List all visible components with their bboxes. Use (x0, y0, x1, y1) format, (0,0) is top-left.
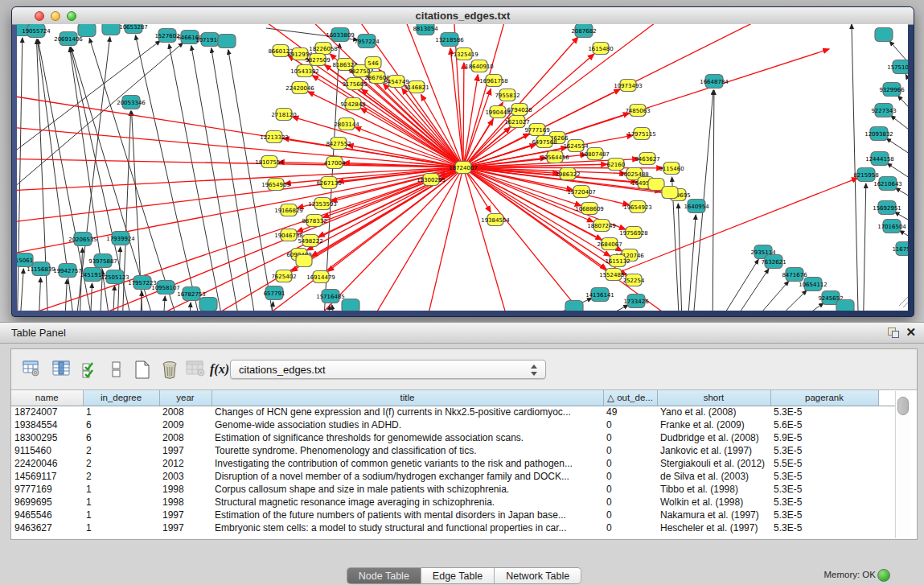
column-header-name[interactable]: name (11, 390, 83, 406)
table-row[interactable]: 977716911998Corpus callosum shape and si… (11, 483, 895, 496)
graph-node[interactable] (875, 28, 893, 42)
graph-edge (852, 24, 859, 311)
graph-node[interactable] (296, 255, 312, 267)
window-title: citations_edges.txt (12, 10, 914, 22)
graph-edge (463, 167, 515, 311)
graph-node-label: 18226058 (309, 46, 338, 52)
show-hide-columns-button[interactable] (51, 359, 72, 380)
graph-node[interactable] (78, 24, 96, 37)
graph-node-label: 15061 (17, 257, 33, 264)
graph-edge (614, 178, 858, 274)
table-row[interactable]: 1830029562008Estimation of significance … (11, 431, 895, 444)
column-header-pagerank[interactable]: pagerank (770, 390, 878, 406)
graph-node-label: 9115460 (659, 166, 684, 172)
table-cell: Disruption of a novel member of a sodium… (211, 470, 603, 483)
graph-node[interactable] (342, 299, 359, 311)
table-cell: 0 (603, 483, 657, 496)
column-header-year[interactable]: year (159, 390, 211, 406)
column-header-filler[interactable] (878, 390, 895, 406)
function-builder-button[interactable]: f(x) (209, 359, 230, 380)
row-height-button[interactable] (106, 359, 127, 380)
table-row[interactable]: 1456911722003Disruption of a novel membe… (11, 470, 895, 483)
graph-node-label: 15751074 (887, 64, 908, 71)
graph-node-label: 7955812 (495, 93, 519, 99)
float-window-icon[interactable] (888, 328, 899, 338)
memory-status-label: Memory: OK (823, 570, 876, 579)
graph-edge (17, 38, 23, 311)
graph-edge (723, 259, 758, 311)
table-cell: Stergiakouli et al. (2012) (657, 457, 770, 470)
graph-node[interactable] (565, 301, 583, 311)
table-panel-body: f(x) citations_edges.txt namein_degreeye… (10, 348, 918, 540)
table-row[interactable]: 946362711997Embryonic stem cells: a mode… (11, 521, 895, 534)
column-header-in_degree[interactable]: in_degree (83, 390, 159, 406)
table-cell: 49 (603, 406, 657, 418)
network-window: citations_edges.txt 18724007866012389129… (11, 6, 914, 317)
table-selector-dropdown[interactable]: citations_edges.txt (230, 360, 546, 379)
table-cell: Genome-wide association studies in ADHD. (211, 418, 603, 431)
network-canvas[interactable]: 1872400786601238912954182260589827509105… (17, 24, 908, 311)
graph-edge (463, 37, 578, 167)
attribute-table: namein_degreeyeartitle△ out_de...shortpa… (11, 389, 917, 539)
table-cell: 2 (83, 470, 159, 483)
table-cell: 1998 (159, 496, 211, 509)
table-cell: 0 (603, 418, 657, 431)
table-cell: 2 (83, 457, 159, 470)
close-panel-icon[interactable]: ✕ (906, 325, 916, 340)
table-cell: 1 (83, 406, 159, 418)
graph-node-label: 7625402 (271, 274, 296, 280)
graph-node-label: 1615480 (588, 46, 613, 52)
graph-node-label: 10543392 (290, 68, 319, 75)
table-row[interactable]: 969969511998Structural magnetic resonanc… (11, 496, 895, 509)
graph-node-label: 16210643 (873, 181, 902, 187)
table-cell: Franke et al. (2009) (657, 418, 770, 431)
graph-node[interactable] (662, 187, 678, 199)
graph-node-label: 19166829 (274, 208, 303, 214)
table-row[interactable]: 1872400712008Changes of HCN gene express… (11, 406, 895, 418)
column-header-out_de[interactable]: △ out_de... (603, 390, 657, 406)
graph-edge (17, 167, 463, 230)
import-table-icon[interactable] (185, 359, 206, 380)
graph-node-label: 17016504 (877, 224, 906, 230)
graph-edge (751, 281, 789, 311)
graph-node-label: 1167533 (892, 246, 908, 253)
column-header-short[interactable]: short (657, 390, 770, 406)
table-cell: Wolkin et al. (1998) (657, 496, 770, 509)
table-row[interactable]: 911546021997Tourette syndrome. Phenomeno… (11, 444, 895, 457)
table-cell: 1997 (159, 509, 211, 521)
graph-node-label: 10688609 (575, 206, 604, 212)
graph-node-label: 9175685 (342, 81, 367, 88)
scrollbar-thumb[interactable] (897, 397, 909, 415)
select-rows-button[interactable] (80, 359, 101, 380)
table-cell: 9465546 (11, 509, 83, 521)
graph-node-label: 546 (368, 60, 379, 67)
column-header-title[interactable]: title (211, 390, 603, 406)
table-row[interactable]: 946554611997Estimation of the future num… (11, 509, 895, 521)
graph-node-label: 9827509 (305, 57, 330, 64)
table-cell: 2008 (159, 431, 211, 444)
graph-node-label: 1621027 (504, 119, 529, 126)
graph-node-label: 2684067 (597, 241, 622, 248)
table-row[interactable]: 1938455462009Genome-wide association stu… (11, 418, 895, 431)
table-cell: Hescheler et al. (1997) (657, 521, 770, 534)
graph-edge (783, 303, 823, 311)
graph-node-label: 7986322 (555, 171, 580, 178)
delete-attribute-button[interactable] (159, 359, 180, 380)
graph-node[interactable] (836, 300, 854, 311)
table-cell: 0 (603, 521, 657, 534)
graph-node-label: 16961758 (479, 78, 508, 84)
graph-node-label: 8813054 (413, 26, 438, 32)
graph-node-label: 10807487 (581, 151, 610, 158)
modify-table-columns-button[interactable] (21, 359, 42, 380)
resize-grip[interactable] (899, 296, 908, 307)
table-cell: 18300295 (11, 431, 83, 444)
vertical-scrollbar[interactable] (895, 391, 910, 538)
graph-node[interactable] (199, 298, 217, 311)
graph-node[interactable] (218, 35, 236, 48)
table-row[interactable]: 2242004622012Investigating the contribut… (11, 457, 895, 470)
table-cell: 1 (83, 483, 159, 496)
graph-node-label: 2087682 (571, 28, 596, 35)
table-cell: Tibbo et al. (1998) (657, 483, 770, 496)
create-new-attribute-button[interactable] (132, 359, 153, 380)
graph-node[interactable] (102, 24, 120, 35)
